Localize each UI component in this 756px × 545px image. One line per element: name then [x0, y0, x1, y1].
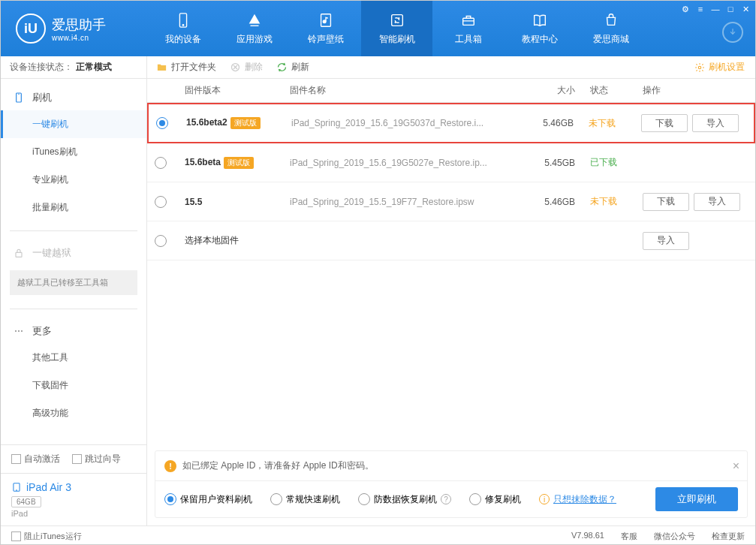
sidebar-item-advanced[interactable]: 高级功能: [1, 399, 146, 427]
fw-status: 未下载: [575, 195, 628, 208]
open-folder-button[interactable]: 打开文件夹: [156, 61, 216, 74]
sidebar-head-more[interactable]: 更多: [1, 318, 146, 344]
jailbreak-note: 越狱工具已转移至工具箱: [10, 270, 137, 295]
opt-repair[interactable]: 修复刷机: [469, 493, 521, 506]
connection-status: 设备连接状态：正常模式: [1, 56, 146, 79]
opt-normal[interactable]: 常规快速刷机: [270, 493, 340, 506]
select-radio[interactable]: [156, 117, 168, 129]
device-name[interactable]: iPad Air 3: [11, 481, 136, 493]
downloads-icon[interactable]: [722, 22, 743, 43]
refresh-icon: [388, 11, 406, 29]
sidebar: 设备连接状态：正常模式 刷机 一键刷机 iTunes刷机 专业刷机 批量刷机 一…: [1, 56, 147, 525]
book-icon: [531, 11, 549, 29]
delete-button[interactable]: 删除: [230, 61, 263, 74]
phone-icon: [13, 92, 25, 104]
download-button[interactable]: 下载: [643, 193, 689, 211]
app-title: 爱思助手: [52, 16, 106, 34]
folder-icon: [156, 62, 167, 73]
nav-ringtone[interactable]: 铃声壁纸: [290, 1, 361, 56]
table-header: 固件版本 固件名称 大小 状态 操作: [147, 79, 755, 103]
refresh-button[interactable]: 刷新: [276, 61, 309, 74]
opt-anti-recovery[interactable]: 防数据恢复刷机?: [358, 493, 451, 506]
auto-activate-checkbox[interactable]: 自动激活: [11, 453, 60, 465]
svg-point-12: [17, 490, 17, 491]
sidebar-item-download[interactable]: 下载固件: [1, 372, 146, 399]
sidebar-options: 自动激活 跳过向导: [1, 444, 146, 473]
svg-point-10: [21, 330, 23, 332]
fw-version: 15.6beta测试版: [185, 157, 290, 169]
footer-update[interactable]: 检查更新: [712, 531, 745, 542]
version-label: V7.98.61: [571, 531, 604, 542]
nav-my-device[interactable]: 我的设备: [147, 1, 218, 56]
maximize-icon[interactable]: □: [725, 4, 736, 14]
nav-apps[interactable]: 应用游戏: [218, 1, 290, 56]
close-icon[interactable]: ✕: [740, 4, 751, 14]
refresh-icon: [276, 62, 288, 73]
info-icon: i: [539, 494, 550, 504]
col-status: 状态: [575, 84, 628, 97]
fw-size: 5.46GB: [521, 118, 574, 128]
fw-status: 未下载: [574, 117, 626, 130]
opt-keep-data[interactable]: 保留用户资料刷机: [164, 493, 252, 506]
settings-icon[interactable]: ⚙: [680, 4, 691, 14]
nav-toolbox[interactable]: 工具箱: [432, 1, 504, 56]
help-icon[interactable]: ?: [441, 494, 451, 504]
col-size: 大小: [523, 84, 575, 97]
nav-shop[interactable]: 爱思商城: [575, 1, 646, 56]
firmware-list: 15.6beta2测试版iPad_Spring_2019_15.6_19G503…: [147, 103, 755, 443]
sidebar-head-flash[interactable]: 刷机: [1, 85, 146, 110]
svg-point-9: [18, 330, 20, 332]
close-notice-button[interactable]: ×: [733, 459, 739, 473]
import-button[interactable]: 导入: [694, 193, 740, 211]
firmware-row[interactable]: 15.6beta2测试版iPad_Spring_2019_15.6_19G503…: [147, 103, 755, 143]
minimize-icon[interactable]: —: [710, 4, 721, 14]
sidebar-head-jailbreak: 一键越狱: [1, 240, 146, 266]
svg-point-1: [182, 25, 183, 26]
window-controls: ⚙ ≡ — □ ✕: [680, 4, 751, 14]
device-storage: 64GB: [11, 496, 41, 507]
sidebar-item-oneclick[interactable]: 一键刷机: [1, 110, 146, 138]
menu-icon[interactable]: ≡: [695, 4, 706, 14]
firmware-row[interactable]: 15.6beta测试版iPad_Spring_2019_15.6_19G5027…: [147, 143, 755, 182]
sidebar-item-batch[interactable]: 批量刷机: [1, 194, 146, 221]
more-icon: [13, 325, 25, 337]
sidebar-item-pro[interactable]: 专业刷机: [1, 166, 146, 194]
main-nav: 我的设备 应用游戏 铃声壁纸 智能刷机 工具箱 教程中心 爱思商城: [147, 1, 646, 56]
firmware-row[interactable]: 15.5iPad_Spring_2019_15.5_19F77_Restore.…: [147, 182, 755, 221]
footer: 阻止iTunes运行 V7.98.61 客服 微信公众号 检查更新: [1, 525, 755, 545]
flash-now-button[interactable]: 立即刷机: [655, 487, 738, 511]
select-radio[interactable]: [155, 157, 167, 169]
block-itunes-checkbox[interactable]: 阻止iTunes运行: [11, 531, 82, 542]
gear-icon: [694, 62, 705, 73]
select-radio[interactable]: [155, 235, 167, 247]
music-icon: [317, 11, 335, 29]
download-button[interactable]: 下载: [641, 114, 688, 132]
import-button[interactable]: 导入: [643, 232, 689, 250]
svg-rect-7: [16, 252, 22, 257]
sidebar-item-itunes[interactable]: iTunes刷机: [1, 138, 146, 166]
sidebar-item-other[interactable]: 其他工具: [1, 344, 146, 372]
erase-data-link[interactable]: i只想抹除数据？: [539, 493, 616, 506]
nav-tutorial[interactable]: 教程中心: [504, 1, 575, 56]
svg-rect-5: [462, 18, 474, 25]
toolbox-icon: [459, 11, 477, 29]
logo-icon: iU: [16, 14, 46, 44]
app-header: iU 爱思助手 www.i4.cn 我的设备 应用游戏 铃声壁纸 智能刷机 工具…: [1, 1, 755, 56]
notice-panel: ! 如已绑定 Apple ID，请准备好 Apple ID和密码。 × 保留用户…: [155, 450, 748, 518]
local-firmware-row[interactable]: 选择本地固件导入: [147, 221, 755, 260]
fw-version: 15.6beta2测试版: [186, 117, 291, 129]
svg-point-14: [698, 66, 701, 69]
local-select-label: 选择本地固件: [185, 234, 523, 247]
device-type: iPad: [11, 509, 136, 518]
import-button[interactable]: 导入: [692, 114, 739, 132]
delete-icon: [230, 62, 241, 73]
flash-settings-button[interactable]: 刷机设置: [694, 61, 745, 74]
footer-support[interactable]: 客服: [621, 531, 637, 542]
col-name: 固件名称: [290, 84, 523, 97]
skip-guide-checkbox[interactable]: 跳过向导: [72, 453, 121, 465]
nav-flash[interactable]: 智能刷机: [361, 1, 432, 56]
footer-wechat[interactable]: 微信公众号: [654, 531, 695, 542]
lock-icon: [13, 247, 25, 259]
select-radio[interactable]: [155, 196, 167, 208]
device-icon: [174, 11, 192, 29]
